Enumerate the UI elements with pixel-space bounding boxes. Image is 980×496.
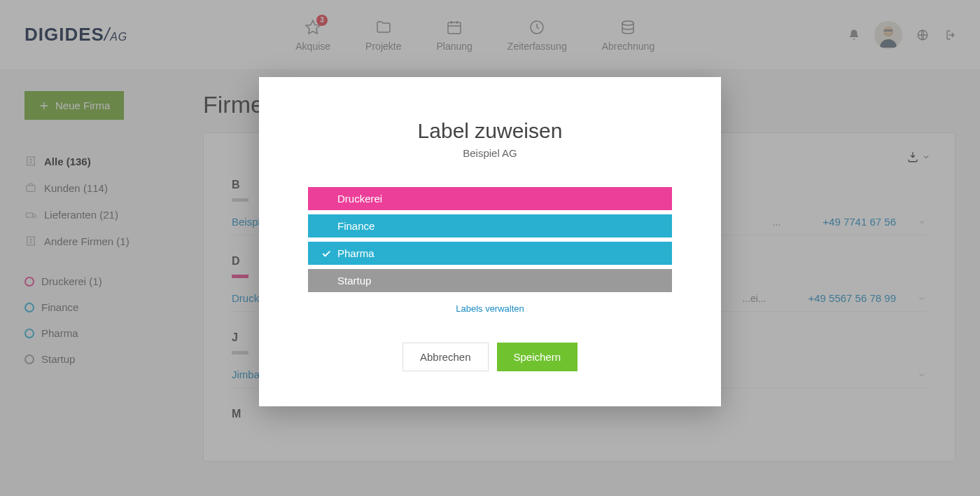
check-icon: [321, 248, 337, 259]
modal-overlay[interactable]: Label zuweisen Beispiel AG DruckereiFina…: [0, 0, 980, 496]
label-option[interactable]: Startup: [308, 269, 672, 292]
label-option-name: Startup: [337, 275, 371, 287]
label-option[interactable]: Finance: [308, 214, 672, 237]
modal-buttons: Abbrechen Speichern: [308, 343, 672, 371]
label-option-name: Finance: [337, 220, 374, 232]
label-option[interactable]: Druckerei: [308, 187, 672, 210]
label-options: DruckereiFinancePharmaStartup: [308, 187, 672, 292]
cancel-button[interactable]: Abbrechen: [402, 343, 489, 371]
save-button[interactable]: Speichern: [497, 343, 578, 371]
label-option-name: Druckerei: [337, 193, 382, 205]
label-option[interactable]: Pharma: [308, 242, 672, 265]
label-option-name: Pharma: [337, 247, 374, 259]
manage-labels-link[interactable]: Labels verwalten: [456, 303, 524, 314]
modal-title: Label zuweisen: [308, 119, 672, 143]
assign-label-modal: Label zuweisen Beispiel AG DruckereiFina…: [259, 77, 721, 406]
modal-subtitle: Beispiel AG: [308, 147, 672, 159]
